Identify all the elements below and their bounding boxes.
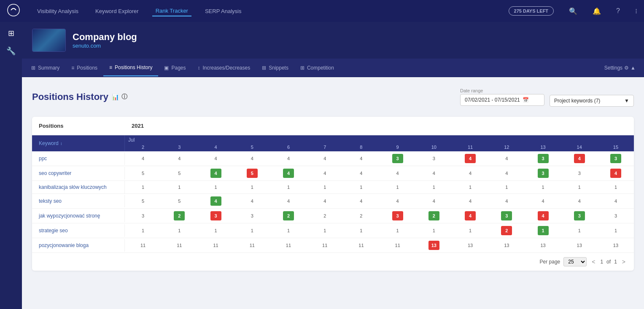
keyword-cell-6[interactable]: pozycjonowanie bloga: [32, 239, 125, 252]
nav-visibility-analysis[interactable]: Visibility Analysis: [34, 6, 82, 16]
cell-2-11: 1: [525, 182, 561, 192]
cell-4-10: 3: [488, 209, 525, 223]
keyword-cell-2[interactable]: kanibalizacja słów kluczowych: [32, 181, 125, 193]
subnav-summary[interactable]: ⊞ Summary: [25, 60, 65, 76]
cell-5-6: 1: [343, 223, 379, 238]
keyword-cell-0[interactable]: ppc: [32, 152, 125, 165]
cell-5-10: 2: [488, 223, 525, 238]
cell-plain: 4: [469, 199, 472, 204]
cell-0-1: 4: [161, 151, 197, 166]
cell-2-2: 1: [197, 182, 234, 192]
cell-5-2: 1: [197, 223, 234, 238]
badge-green: 3: [392, 154, 403, 163]
subnav-positions[interactable]: ≡ Positions: [65, 60, 103, 76]
cell-plain: 4: [214, 156, 217, 161]
cell-4-11: 4: [525, 209, 561, 223]
nav-serp-analysis[interactable]: SERP Analysis: [202, 6, 245, 16]
cell-plain: 1: [287, 185, 290, 190]
cell-6-5: 11: [307, 238, 343, 253]
cell-1-5: 4: [307, 166, 343, 180]
cell-plain: 4: [142, 156, 144, 161]
cell-plain: 11: [140, 243, 146, 248]
cell-plain: 4: [360, 171, 362, 176]
badge-green: 4: [210, 196, 221, 206]
info-icon[interactable]: ⓘ: [121, 93, 127, 101]
keyword-cell-4[interactable]: jak wypozycjonować stronę: [32, 210, 125, 222]
competition-icon: ⊞: [300, 65, 304, 71]
cell-plain: 4: [360, 156, 362, 161]
page-nav-prev[interactable]: <: [590, 258, 597, 265]
cell-0-9: 4: [452, 151, 488, 166]
keyword-filter-select[interactable]: Project keywords (7) ▼: [550, 95, 634, 107]
nav-keyword-explorer[interactable]: Keyword Explorer: [92, 6, 142, 16]
subnav-positions-history[interactable]: ≡ Positions History: [103, 59, 158, 76]
export-icon[interactable]: 📊: [112, 94, 119, 100]
cell-6-12: 13: [561, 238, 598, 253]
badge-green: 4: [283, 169, 294, 178]
badge-green: 3: [574, 211, 585, 220]
top-nav: Visibility Analysis Keyword Explorer Ran…: [0, 0, 644, 22]
cell-1-8: 4: [416, 166, 452, 180]
cell-plain: 1: [542, 185, 544, 190]
cell-3-3: 4: [234, 194, 270, 208]
table-row: ppc44444443344343: [32, 151, 634, 166]
subnav-snippets[interactable]: ⊞ Snippets: [256, 60, 294, 76]
subnav-pages[interactable]: ▣ Pages: [158, 60, 191, 76]
cell-plain: 4: [578, 199, 581, 204]
day-cells-2: 11111111111111: [125, 182, 634, 192]
nav-rank-tracker[interactable]: Rank Tracker: [152, 6, 191, 16]
page-nav-next[interactable]: >: [620, 258, 627, 265]
cell-plain: 5: [178, 199, 181, 204]
badge-red: 2: [501, 226, 512, 235]
cell-plain: 5: [142, 199, 144, 204]
cell-plain: 1: [433, 228, 435, 233]
badge-green: 3: [538, 169, 549, 178]
cell-plain: 5: [142, 171, 144, 176]
cell-plain: 4: [251, 199, 253, 204]
sidebar-tools-icon[interactable]: 🔧: [6, 46, 16, 56]
subnav-increases-decreases[interactable]: ↕ Increases/Decreases: [191, 60, 256, 76]
date-col-10: 10: [416, 143, 452, 151]
cell-4-5: 2: [307, 209, 343, 223]
day-cells-4: 32332223243433: [125, 209, 634, 223]
cell-plain: 4: [323, 199, 326, 204]
data-rows: ppc44444443344343seo copywriter554544444…: [32, 151, 634, 253]
cell-5-13: 1: [598, 223, 634, 238]
sidebar-dashboard-icon[interactable]: ⊞: [8, 29, 14, 38]
cell-plain: 3: [142, 213, 144, 218]
settings-button[interactable]: Settings ⚙ ▲: [599, 62, 641, 74]
cell-6-7: 11: [380, 238, 416, 253]
keyword-cell-1[interactable]: seo copywriter: [32, 167, 125, 180]
notification-icon[interactable]: 🔔: [593, 7, 601, 15]
cell-5-11: 1: [525, 223, 561, 238]
cell-plain: 4: [323, 156, 326, 161]
project-url[interactable]: senuto.com: [73, 43, 137, 49]
cell-1-0: 5: [125, 166, 161, 180]
badge-green: 2: [428, 211, 439, 220]
date-col-13: 13: [525, 143, 561, 151]
date-col-11: 11: [452, 143, 488, 151]
keyword-cell-3[interactable]: teksty seo: [32, 195, 125, 207]
keyword-cell-5[interactable]: strategie seo: [32, 224, 125, 237]
cell-6-4: 11: [270, 238, 307, 253]
cell-plain: 1: [214, 228, 217, 233]
month-section: Jul 23456789101112131415: [125, 135, 634, 151]
search-icon[interactable]: 🔍: [569, 7, 577, 15]
subnav-competition[interactable]: ⊞ Competition: [294, 60, 340, 76]
cell-4-6: 2: [343, 209, 379, 223]
table-row: teksty seo55444444444444: [32, 194, 634, 209]
cell-5-8: 1: [416, 223, 452, 238]
per-page-select[interactable]: 25 50 100: [563, 257, 587, 266]
date-range-picker[interactable]: 07/02/2021 - 07/15/2021 📅: [460, 94, 544, 106]
help-icon[interactable]: ?: [616, 7, 620, 15]
cell-5-5: 1: [307, 223, 343, 238]
apps-icon[interactable]: ⁝: [635, 7, 637, 15]
cell-2-9: 1: [452, 182, 488, 192]
keyword-col-label[interactable]: Keyword ↕: [32, 135, 125, 151]
current-page: 1: [600, 259, 603, 265]
day-cells-6: 1111111111111111131313131313: [125, 238, 634, 253]
cell-plain: 3: [578, 171, 581, 176]
cell-plain: 1: [142, 185, 144, 190]
cell-6-6: 11: [343, 238, 379, 253]
table-row: pozycjonowanie bloga11111111111111111313…: [32, 238, 634, 253]
